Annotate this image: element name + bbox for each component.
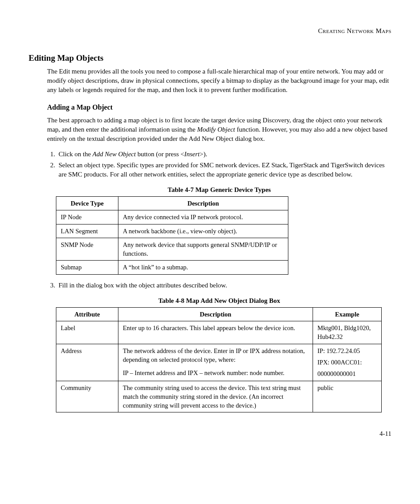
cell-description: The network address of the device. Enter…	[118, 344, 313, 381]
page-number: 4-11	[29, 429, 391, 438]
cell-description: Enter up to 16 characters. This label ap…	[118, 321, 313, 344]
col-header-attribute: Attribute	[56, 307, 118, 321]
section-title: Editing Map Objects	[29, 52, 391, 64]
table-row: SNMP Node Any network device that suppor…	[56, 238, 288, 261]
col-header-example: Example	[313, 307, 382, 321]
cell-device-type: Submap	[56, 261, 118, 274]
table-row: IP Node Any device connected via IP netw…	[56, 210, 288, 224]
table-row: Submap A “hot link” to a submap.	[56, 261, 288, 274]
table-add-object-dialog: Attribute Description Example Label Ente…	[56, 307, 382, 413]
table-row: Community The community string used to a…	[56, 381, 382, 412]
col-header-description: Description	[118, 307, 313, 321]
text: 000000000001	[317, 369, 377, 378]
text: Click on the	[59, 151, 92, 158]
text: button (or press <	[136, 151, 184, 158]
cell-attribute: Label	[56, 321, 118, 344]
emphasis-insert: Insert	[184, 151, 200, 158]
cell-description: Any network device that supports general…	[118, 238, 288, 261]
cell-example: IP: 192.72.24.05 IPX: 000ACC01: 00000000…	[313, 344, 382, 381]
table-row: Address The network address of the devic…	[56, 344, 382, 381]
table-device-types: Device Type Description IP Node Any devi…	[56, 196, 288, 275]
cell-description: A network backbone (i.e., view-only obje…	[118, 224, 288, 238]
cell-description: The community string used to access the …	[118, 381, 313, 412]
subsection-intro: The best approach to adding a map object…	[47, 116, 391, 143]
table-header-row: Device Type Description	[56, 196, 288, 210]
emphasis-modify-object: Modify Object	[197, 126, 235, 133]
section-intro: The Edit menu provides all the tools you…	[47, 67, 391, 95]
text: IP – Internet address and IPX – network …	[123, 368, 308, 377]
step-1: Click on the Add New Object button (or p…	[57, 150, 391, 159]
table-row: Label Enter up to 16 characters. This la…	[56, 321, 382, 344]
text: The network address of the device. Enter…	[123, 346, 308, 364]
table-header-row: Attribute Description Example	[56, 307, 382, 321]
cell-device-type: IP Node	[56, 210, 118, 224]
text: IP: 192.72.24.05	[317, 346, 377, 355]
cell-device-type: LAN Segment	[56, 224, 118, 238]
cell-attribute: Community	[56, 381, 118, 412]
step-2: Select an object type. Specific types ar…	[57, 161, 391, 179]
cell-attribute: Address	[56, 344, 118, 381]
emphasis-add-new-object: Add New Object	[92, 151, 136, 158]
step-3: Fill in the dialog box with the object a…	[57, 281, 391, 290]
running-head: Creating Network Maps	[29, 26, 391, 36]
steps-list-continued: Fill in the dialog box with the object a…	[47, 281, 391, 290]
table-caption-4-7: Table 4-7 Map Generic Device Types	[47, 185, 391, 195]
text: IPX: 000ACC01:	[317, 358, 377, 367]
cell-example: Mktg001, Bldg1020, Hub42.32	[313, 321, 382, 344]
cell-example: public	[313, 381, 382, 412]
table-caption-4-8: Table 4-8 Map Add New Object Dialog Box	[47, 296, 391, 305]
col-header-description: Description	[118, 196, 288, 210]
cell-device-type: SNMP Node	[56, 238, 118, 261]
cell-description: A “hot link” to a submap.	[118, 261, 288, 274]
cell-description: Any device connected via IP network prot…	[118, 210, 288, 224]
table-row: LAN Segment A network backbone (i.e., vi…	[56, 224, 288, 238]
text: >).	[200, 151, 207, 158]
steps-list: Click on the Add New Object button (or p…	[47, 150, 391, 179]
col-header-device-type: Device Type	[56, 196, 118, 210]
subsection-title: Adding a Map Object	[47, 103, 391, 112]
